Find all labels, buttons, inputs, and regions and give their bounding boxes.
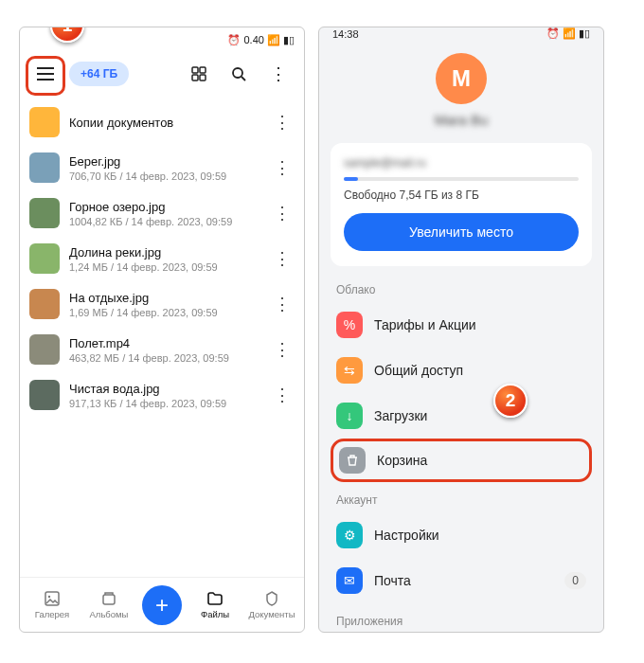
nav-files[interactable]: Файлы <box>191 590 239 619</box>
share-icon: ⇆ <box>336 357 363 384</box>
status-icons: ⏰ 0.40 📶 ▮▯ <box>227 34 295 46</box>
fab-add[interactable]: + <box>142 585 182 625</box>
file-meta: 917,13 КБ / 14 февр. 2023, 09:59 <box>69 398 260 409</box>
svg-rect-3 <box>200 75 206 81</box>
nav-label: Альбомы <box>90 609 129 619</box>
nav-label: Файлы <box>201 609 229 619</box>
section-account: Аккаунт <box>319 482 603 512</box>
file-info: На отдыхе.jpg1,69 МБ / 14 февр. 2023, 09… <box>69 291 260 318</box>
menu-button[interactable] <box>29 58 62 90</box>
nav-label: Документы <box>249 609 295 619</box>
status-time: 14:38 <box>332 28 359 40</box>
hamburger-icon <box>37 67 54 81</box>
file-meta: 463,82 МБ / 14 февр. 2023, 09:59 <box>69 352 260 364</box>
file-name: Берег.jpg <box>69 154 260 169</box>
file-row[interactable]: Копии документов⋮ <box>29 99 295 145</box>
storage-pill[interactable]: +64 ГБ <box>69 62 129 86</box>
menu-mail[interactable]: ✉ Почта 0 <box>319 558 603 603</box>
search-button[interactable] <box>223 58 255 90</box>
file-thumbnail <box>29 289 60 319</box>
file-thumbnail <box>29 334 60 365</box>
file-name: Копии документов <box>69 116 260 130</box>
file-more-button[interactable]: ⋮ <box>270 339 295 360</box>
file-info: Горное озеро.jpg1004,82 КБ / 14 февр. 20… <box>69 200 260 227</box>
phone-right: 14:38 ⏰ 📶 ▮▯ M Mara Bu sample@mail.ru Св… <box>318 27 604 633</box>
svg-rect-2 <box>192 75 198 81</box>
nav-gallery[interactable]: Галерея <box>28 590 76 619</box>
section-cloud: Облако <box>319 272 603 302</box>
menu-settings[interactable]: ⚙ Настройки <box>319 512 603 558</box>
storage-free-text: Свободно 7,54 ГБ из 8 ГБ <box>344 188 579 202</box>
file-row[interactable]: Чистая вода.jpg917,13 КБ / 14 февр. 2023… <box>29 372 295 418</box>
mail-count: 0 <box>564 572 586 589</box>
svg-rect-1 <box>200 67 206 73</box>
menu-tariffs[interactable]: % Тарифы и Акции <box>319 302 603 348</box>
email: sample@mail.ru <box>344 156 579 170</box>
file-thumbnail <box>29 152 60 183</box>
file-row[interactable]: На отдыхе.jpg1,69 МБ / 14 февр. 2023, 09… <box>29 281 295 327</box>
file-thumbnail <box>29 380 60 410</box>
file-row[interactable]: Полет.mp4463,82 МБ / 14 февр. 2023, 09:5… <box>29 327 295 372</box>
nav-label: Галерея <box>35 609 69 619</box>
file-more-button[interactable]: ⋮ <box>270 294 295 314</box>
file-meta: 706,70 КБ / 14 февр. 2023, 09:59 <box>69 170 260 182</box>
phone-left: 1 ⏰ 0.40 📶 ▮▯ +64 ГБ ⋮ <box>19 27 305 633</box>
percent-icon: % <box>336 312 363 338</box>
mail-icon: ✉ <box>336 567 363 594</box>
file-meta: 1004,82 КБ / 14 февр. 2023, 09:59 <box>69 216 260 227</box>
file-name: На отдыхе.jpg <box>69 291 260 305</box>
svg-point-4 <box>233 68 242 78</box>
file-info: Долина реки.jpg1,24 МБ / 14 февр. 2023, … <box>69 245 260 273</box>
file-more-button[interactable]: ⋮ <box>270 112 295 133</box>
bottom-nav: Галерея Альбомы + Файлы Документы <box>20 577 304 632</box>
menu-label: Загрузки <box>374 408 586 423</box>
file-info: Берег.jpg706,70 КБ / 14 февр. 2023, 09:5… <box>69 154 260 182</box>
gear-icon: ⚙ <box>336 522 363 548</box>
folder-icon <box>29 107 60 137</box>
more-button[interactable]: ⋮ <box>262 58 295 90</box>
download-icon: ↓ <box>336 403 363 429</box>
file-info: Копии документов <box>69 116 260 130</box>
grid-icon <box>191 66 206 81</box>
file-thumbnail <box>29 198 60 228</box>
file-name: Чистая вода.jpg <box>69 382 260 396</box>
menu-label: Корзина <box>377 453 583 468</box>
svg-point-6 <box>48 596 50 598</box>
trash-icon <box>339 447 366 474</box>
storage-progress-fill <box>344 177 358 181</box>
file-row[interactable]: Берег.jpg706,70 КБ / 14 февр. 2023, 09:5… <box>29 145 295 190</box>
plus-icon: + <box>155 592 169 618</box>
file-info: Чистая вода.jpg917,13 КБ / 14 февр. 2023… <box>69 382 260 409</box>
upgrade-button[interactable]: Увеличить место <box>344 213 579 251</box>
callout-2: 2 <box>493 384 528 418</box>
menu-label: Настройки <box>374 528 586 543</box>
menu-trash[interactable]: Корзина <box>331 439 592 482</box>
file-thumbnail <box>29 243 60 274</box>
username: Mara Bu <box>435 112 489 128</box>
doc-icon <box>263 590 280 607</box>
menu-label: Почта <box>374 573 553 588</box>
menu-downloads[interactable]: ↓ Загрузки 2 <box>319 393 603 439</box>
file-row[interactable]: Долина реки.jpg1,24 МБ / 14 февр. 2023, … <box>29 236 295 281</box>
svg-rect-7 <box>103 595 115 604</box>
avatar[interactable]: M <box>436 53 487 104</box>
file-more-button[interactable]: ⋮ <box>270 157 295 178</box>
folder-icon <box>206 590 224 607</box>
search-icon <box>231 66 246 81</box>
file-more-button[interactable]: ⋮ <box>270 385 295 405</box>
file-row[interactable]: Горное озеро.jpg1004,82 КБ / 14 февр. 20… <box>29 190 295 236</box>
file-name: Долина реки.jpg <box>69 245 260 260</box>
top-bar: +64 ГБ ⋮ <box>20 52 304 99</box>
storage-card: sample@mail.ru Свободно 7,54 ГБ из 8 ГБ … <box>331 143 592 266</box>
file-list: Копии документов⋮Берег.jpg706,70 КБ / 14… <box>20 99 304 577</box>
view-grid-button[interactable] <box>183 58 215 90</box>
menu-shared[interactable]: ⇆ Общий доступ <box>319 348 603 393</box>
section-apps: Приложения <box>319 603 603 633</box>
nav-albums[interactable]: Альбомы <box>85 590 133 619</box>
file-more-button[interactable]: ⋮ <box>270 248 295 269</box>
file-meta: 1,69 МБ / 14 февр. 2023, 09:59 <box>69 307 260 318</box>
file-more-button[interactable]: ⋮ <box>270 203 295 224</box>
nav-docs[interactable]: Документы <box>248 590 295 619</box>
file-name: Полет.mp4 <box>69 336 260 350</box>
dots-icon: ⋮ <box>270 63 287 84</box>
